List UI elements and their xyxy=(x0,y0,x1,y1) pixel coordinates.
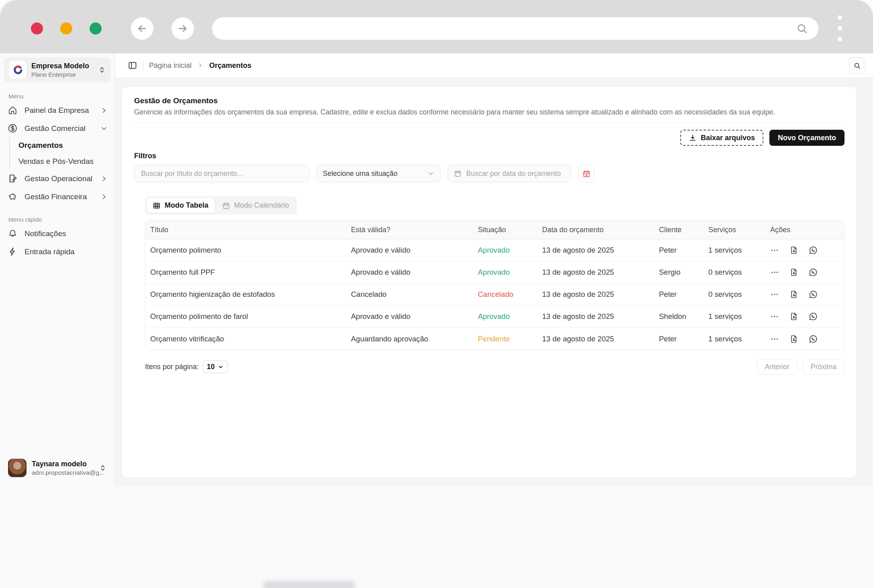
sidebar-toggle-icon[interactable] xyxy=(128,61,137,70)
view-mode-tabs: Modo Tabela Modo Calendário xyxy=(145,196,297,214)
cell-titulo: Orçamento higienização de estofados xyxy=(150,290,351,299)
browser-menu-button[interactable] xyxy=(838,15,842,41)
cell-cliente: Peter xyxy=(659,290,708,299)
pdf-file-icon[interactable] xyxy=(789,268,798,277)
cell-titulo: Orçamento polimento de farol xyxy=(150,312,351,321)
pdf-file-icon[interactable] xyxy=(789,246,798,255)
cell-esta-valida: Aprovado e válido xyxy=(351,246,478,255)
cell-servicos: 1 serviços xyxy=(708,335,770,343)
cell-servicos: 1 serviços xyxy=(708,312,770,321)
table-row: Orçamento polimento Aprovado e válido Ap… xyxy=(145,239,844,261)
date-filter-input[interactable]: Buscar por data do orçamento xyxy=(448,165,571,182)
desktop-background xyxy=(0,486,873,588)
search-icon xyxy=(853,62,861,69)
column-header-servicos: Serviços xyxy=(708,226,770,234)
divider xyxy=(134,123,844,123)
next-page-button[interactable]: Próxima xyxy=(803,359,844,374)
chevron-right-icon xyxy=(100,175,108,182)
minimize-window-button[interactable] xyxy=(60,22,72,35)
browser-back-button[interactable] xyxy=(131,17,153,40)
whatsapp-icon[interactable] xyxy=(809,335,818,343)
cell-servicos: 1 serviços xyxy=(708,246,770,255)
sidebar-item-gestao-operacional[interactable]: Gestao Operacional xyxy=(0,169,115,188)
items-per-page-select[interactable]: 10 xyxy=(203,360,227,373)
more-options-icon[interactable] xyxy=(770,312,779,321)
column-header-cliente: Cliente xyxy=(659,226,708,234)
table-grid-icon xyxy=(153,202,161,210)
column-header-titulo: Título xyxy=(150,226,351,234)
address-bar[interactable] xyxy=(212,17,818,40)
table-row: Orçamento vitrificação Aguardando aprova… xyxy=(145,328,844,350)
clear-date-filter-button[interactable] xyxy=(578,165,594,182)
table-row: Orçamento full PPF Aprovado e válido Apr… xyxy=(145,261,844,284)
cell-titulo: Orçamento polimento xyxy=(150,246,351,255)
arrow-right-icon xyxy=(177,23,188,34)
table-row: Orçamento higienização de estofados Canc… xyxy=(145,284,844,306)
breadcrumb-current: Orçamentos xyxy=(209,61,251,70)
row-actions xyxy=(770,290,844,299)
browser-chrome xyxy=(0,0,873,53)
company-switcher[interactable]: Empresa Modelo Plano Enterprise xyxy=(4,57,111,82)
status-badge: Pendente xyxy=(478,335,542,343)
cell-servicos: 0 serviços xyxy=(708,290,770,299)
column-header-esta-valida: Está válida? xyxy=(351,226,478,234)
sidebar-item-orcamentos[interactable]: Orçamentos xyxy=(10,137,115,153)
company-plan: Plano Enterprise xyxy=(31,71,93,78)
pagination: Itens por página: 10 Anterior Próxima xyxy=(145,359,844,374)
chevron-down-icon xyxy=(100,125,108,132)
sidebar-item-entrada-rapida[interactable]: Entrada rápida xyxy=(0,243,115,261)
sidebar-item-gestao-financeira[interactable]: Gestão Financeira xyxy=(0,188,115,206)
page-description: Gerencie as informações dos orçamentos d… xyxy=(134,108,844,116)
filters-label: Filtros xyxy=(134,152,844,160)
user-name: Taynara modelo xyxy=(32,460,94,468)
whatsapp-icon[interactable] xyxy=(809,312,818,321)
page-title: Gestão de Orçamentos xyxy=(134,96,844,105)
whatsapp-icon[interactable] xyxy=(809,246,818,255)
maximize-window-button[interactable] xyxy=(90,22,102,35)
whatsapp-icon[interactable] xyxy=(809,290,818,299)
sidebar-item-painel-da-empresa[interactable]: Painel da Empresa xyxy=(0,101,115,119)
pdf-file-icon[interactable] xyxy=(789,335,798,343)
pdf-file-icon[interactable] xyxy=(789,290,798,299)
home-icon xyxy=(8,105,18,115)
search-orcamento-input[interactable] xyxy=(134,165,310,182)
chevron-right-icon xyxy=(197,62,204,69)
chevron-right-icon xyxy=(100,193,108,200)
chevron-down-icon xyxy=(218,364,224,370)
new-orcamento-button[interactable]: Novo Orçamento xyxy=(769,130,844,146)
table-body: Orçamento polimento Aprovado e válido Ap… xyxy=(145,239,844,350)
more-options-icon[interactable] xyxy=(770,268,779,277)
status-badge: Aprovado xyxy=(478,268,542,277)
breadcrumb-home[interactable]: Página inicial xyxy=(149,61,192,70)
cell-data: 13 de agosto de 2025 xyxy=(542,335,659,343)
previous-page-button[interactable]: Anterior xyxy=(757,359,798,374)
browser-window: Empresa Modelo Plano Enterprise Menu Pai… xyxy=(0,0,873,486)
column-header-situacao: Situação xyxy=(478,226,542,234)
whatsapp-icon[interactable] xyxy=(809,268,818,277)
more-options-icon[interactable] xyxy=(770,290,779,299)
header-actions: Baixar arquivos Novo Orçamento xyxy=(134,130,844,146)
download-files-button[interactable]: Baixar arquivos xyxy=(680,130,763,146)
more-options-icon[interactable] xyxy=(770,335,779,343)
table-row: Orçamento polimento de farol Aprovado e … xyxy=(145,306,844,328)
sidebar-item-notificacoes[interactable]: Notificações xyxy=(0,225,115,243)
tab-modo-tabela[interactable]: Modo Tabela xyxy=(147,198,214,213)
cell-servicos: 0 serviços xyxy=(708,268,770,277)
tab-modo-calendario[interactable]: Modo Calendário xyxy=(216,198,295,213)
screen: Empresa Modelo Plano Enterprise Menu Pai… xyxy=(0,0,873,588)
items-per-page-label: Itens por página: xyxy=(145,363,199,371)
user-menu[interactable]: Taynara modelo adm.propostacriativa@g... xyxy=(4,455,111,480)
close-window-button[interactable] xyxy=(31,22,43,35)
gestao-comercial-submenu: Orçamentos Vendas e Pós-Vendas xyxy=(9,137,115,169)
sidebar-item-vendas-e-pos-vendas[interactable]: Vendas e Pós-Vendas xyxy=(10,153,115,169)
global-search-button[interactable] xyxy=(849,57,865,74)
sidebar-item-gestao-comercial[interactable]: Gestão Comercial xyxy=(0,119,115,137)
quick-menu-section-label: Menu rápido xyxy=(8,216,115,223)
dollar-circle-icon xyxy=(8,123,18,133)
orcamentos-card: Gestão de Orçamentos Gerencie as informa… xyxy=(121,86,857,478)
more-options-icon[interactable] xyxy=(770,246,779,255)
status-select[interactable]: Selecione uma situação xyxy=(317,165,441,182)
pdf-file-icon[interactable] xyxy=(789,312,798,321)
browser-forward-button[interactable] xyxy=(171,17,194,40)
cell-data: 13 de agosto de 2025 xyxy=(542,246,659,255)
